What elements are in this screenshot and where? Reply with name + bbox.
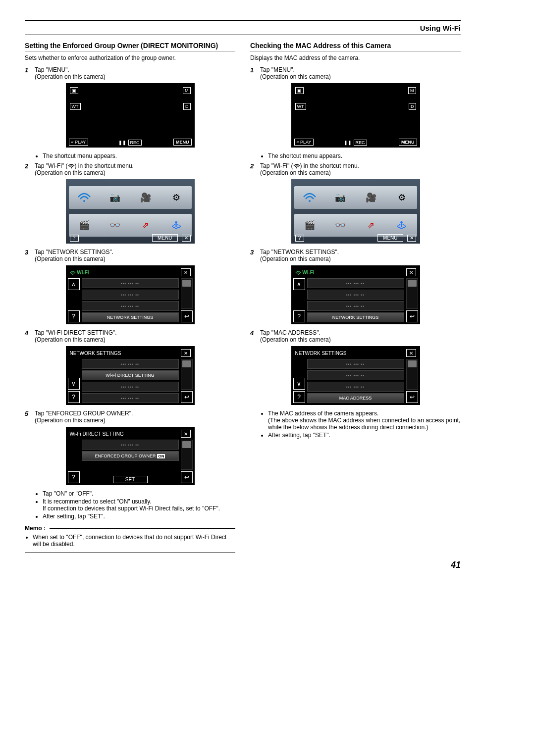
list-item[interactable]: ▪▪▪ ▪▪▪ ▪▪ (307, 301, 404, 311)
step-text: Tap "MENU". (35, 66, 69, 73)
list-item[interactable]: ▪▪▪ ▪▪▪ ▪▪ (82, 278, 179, 288)
help-button[interactable]: ? (70, 235, 79, 242)
menu-button[interactable]: MENU (152, 234, 177, 242)
step-sub: (Operation on this camera) (35, 336, 106, 343)
svg-point-0 (70, 167, 71, 168)
scrollbar[interactable] (181, 278, 193, 309)
list-item-mac-address[interactable]: MAC ADDRESS (307, 393, 404, 403)
list-item[interactable]: ▪▪▪ ▪▪▪ ▪▪ (82, 290, 179, 300)
list-item[interactable]: ▪▪▪ ▪▪▪ ▪▪ (82, 382, 179, 392)
right-desc: Displays the MAC address of the camera. (250, 54, 461, 61)
help-button[interactable]: ? (68, 310, 80, 322)
wifi-icon (68, 164, 75, 169)
menu-button[interactable]: MENU (173, 139, 192, 146)
svg-point-3 (296, 167, 297, 168)
shortcut-icon-8[interactable]: 🕹 (392, 216, 412, 234)
top-rule (25, 20, 461, 21)
scrollbar[interactable] (181, 440, 193, 470)
back-button[interactable]: ↩ (181, 391, 193, 403)
back-button[interactable]: ↩ (406, 310, 418, 322)
shortcut-icon-6[interactable]: 👓 (330, 216, 350, 234)
mode-d-icon: D (409, 103, 416, 110)
figure-camera-rec: ▣ M WT D « PLAY REC MENU (291, 83, 420, 148)
close-button[interactable]: ✕ (406, 349, 416, 357)
list-item-enforced-group-owner[interactable]: ENFORCED GROUP OWNERON (82, 451, 179, 461)
list-title: NETWORK SETTINGS (295, 351, 347, 356)
set-button[interactable]: SET (113, 476, 148, 483)
right-column: Checking the MAC Address of this Camera … (250, 42, 461, 553)
help-button[interactable]: ? (68, 391, 80, 403)
list-title: Wi-Fi DIRECT SETTING (70, 431, 124, 437)
list-item[interactable]: ▪▪▪ ▪▪▪ ▪▪ (82, 359, 179, 369)
play-button[interactable]: « PLAY (294, 139, 314, 146)
bullet: Tap "ON" or "OFF". (43, 490, 235, 497)
shortcut-icon-3[interactable]: 🎥 (136, 189, 156, 206)
step-sub: (Operation on this camera) (35, 255, 106, 262)
help-button[interactable]: ? (293, 310, 305, 322)
shortcut-icon-5[interactable]: 🎬 (300, 216, 320, 234)
help-button[interactable]: ? (295, 235, 304, 242)
help-button[interactable]: ? (293, 391, 305, 403)
scrollbar[interactable] (181, 359, 193, 390)
shortcut-icon-4[interactable]: ⚙ (392, 189, 412, 206)
close-button[interactable]: ✕ (406, 268, 416, 276)
shortcut-icon-8[interactable]: 🕹 (166, 216, 186, 234)
list-item[interactable]: ▪▪▪ ▪▪▪ ▪▪ (307, 382, 404, 392)
list-item[interactable]: ▪▪▪ ▪▪▪ ▪▪ (307, 359, 404, 369)
step-num: 5 (25, 410, 35, 424)
list-item[interactable]: ▪▪▪ ▪▪▪ ▪▪ (82, 301, 179, 311)
close-button[interactable]: ✕ (181, 268, 191, 276)
menu-button[interactable]: MENU (399, 139, 417, 146)
step-2: 2 Tap "Wi-Fi" () in the shortcut menu. (… (250, 162, 461, 176)
step-num: 4 (250, 329, 260, 343)
wt-icon: WT (295, 103, 306, 110)
step-text: Tap "MENU". (260, 66, 295, 73)
wifi-shortcut-icon[interactable] (74, 189, 94, 206)
close-button[interactable]: ✕ (181, 349, 191, 357)
list-item[interactable]: ▪▪▪ ▪▪▪ ▪▪ (307, 278, 404, 288)
step-2: 2 Tap "Wi-Fi" () in the shortcut menu. (… (25, 162, 235, 176)
list-item[interactable]: ▪▪▪ ▪▪▪ ▪▪ (307, 370, 404, 380)
back-button[interactable]: ↩ (181, 310, 193, 322)
svg-point-1 (83, 200, 85, 202)
step-text: Tap "NETWORK SETTINGS". (35, 249, 113, 255)
shortcut-icon-7[interactable]: ⇗ (361, 216, 381, 234)
scrollbar[interactable] (406, 278, 418, 309)
step-4: 4 Tap "Wi-Fi DIRECT SETTING". (Operation… (25, 329, 235, 343)
list-item-network-settings[interactable]: NETWORK SETTINGS (82, 312, 179, 322)
play-button[interactable]: « PLAY (69, 139, 89, 146)
list-item[interactable]: ▪▪▪ ▪▪▪ ▪▪ (82, 440, 179, 450)
step-sub: (Operation on this camera) (260, 169, 331, 176)
nav-up[interactable]: ∧ (68, 278, 80, 290)
back-button[interactable]: ↩ (406, 391, 418, 403)
shortcut-icon-2[interactable]: 📷 (330, 189, 350, 206)
wifi-shortcut-icon[interactable] (300, 189, 320, 206)
close-button[interactable]: ✕ (407, 235, 416, 242)
shortcut-icon-2[interactable]: 📷 (105, 189, 125, 206)
step-sub: (Operation on this camera) (35, 73, 106, 80)
nav-down[interactable]: ∨ (68, 378, 80, 390)
list-item[interactable]: ▪▪▪ ▪▪▪ ▪▪ (307, 290, 404, 300)
menu-button[interactable]: MENU (377, 234, 403, 242)
memo-label: Memo : (25, 525, 46, 532)
step-text: Tap "MAC ADDRESS". (260, 329, 321, 336)
help-button[interactable]: ? (68, 471, 80, 483)
close-button[interactable]: ✕ (182, 235, 191, 242)
list-item-network-settings[interactable]: NETWORK SETTINGS (307, 312, 404, 322)
shortcut-icon-7[interactable]: ⇗ (136, 216, 156, 234)
scrollbar[interactable] (406, 359, 418, 390)
close-button[interactable]: ✕ (181, 430, 191, 438)
shortcut-icon-5[interactable]: 🎬 (74, 216, 94, 234)
bullet: After setting, tap "SET". (43, 513, 235, 520)
nav-down[interactable]: ∨ (293, 378, 305, 390)
back-button[interactable]: ↩ (181, 471, 193, 483)
step-sub: (Operation on this camera) (35, 169, 106, 176)
shortcut-icon-6[interactable]: 👓 (105, 216, 125, 234)
list-item[interactable]: ▪▪▪ ▪▪▪ ▪▪ (82, 393, 179, 403)
left-desc: Sets whether to enforce authorization of… (25, 54, 235, 61)
shortcut-icon-4[interactable]: ⚙ (166, 189, 186, 206)
nav-up[interactable]: ∧ (293, 278, 305, 290)
shortcut-icon-3[interactable]: 🎥 (361, 189, 381, 206)
list-item-wifi-direct-setting[interactable]: Wi-Fi DIRECT SETTING (82, 370, 179, 380)
step-text: Tap "Wi-Fi DIRECT SETTING". (35, 329, 117, 336)
